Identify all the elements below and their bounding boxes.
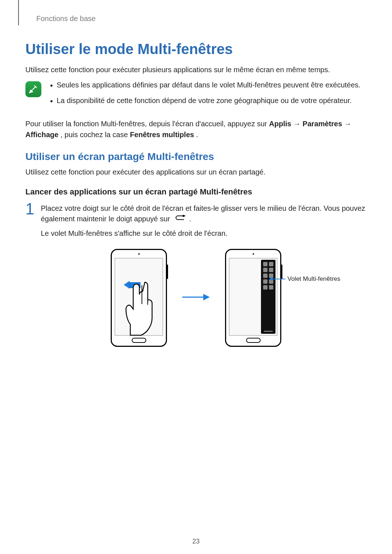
page-number: 23: [192, 538, 200, 545]
text: →: [344, 120, 351, 128]
bold-parametres: Paramètres: [303, 120, 342, 128]
multiwindow-panel: [261, 260, 275, 334]
step-text: Placez votre doigt sur le côté droit de …: [41, 203, 367, 239]
phone-home-button: [246, 338, 261, 343]
text: , puis cochez la case: [61, 131, 130, 139]
phone-speaker: [253, 253, 254, 255]
text: Pour utiliser la fonction Multi-fenêtres…: [25, 120, 269, 128]
phone-illustration-swipe: [111, 249, 167, 347]
phone-home-button: [132, 338, 146, 343]
phone-illustration-panel: Volet Multi-fenêtres: [225, 249, 281, 347]
callout-leader: Volet Multi-fenêtres: [280, 275, 340, 283]
intro-paragraph: Utilisez cette fonction pour exécuter pl…: [25, 65, 367, 75]
subsection-title: Lancer des applications sur un écran par…: [25, 187, 367, 197]
step-1: 1 Placez votre doigt sur le côté droit d…: [25, 203, 367, 239]
bold-affichage: Affichage: [25, 131, 58, 139]
phone-speaker: [138, 253, 140, 255]
hand-icon: [125, 279, 158, 337]
step-number: 1: [25, 201, 34, 217]
arrow-right-icon: [181, 292, 211, 303]
panel-app-grid: [263, 262, 273, 290]
back-icon: [173, 214, 186, 225]
manual-page: Fonctions de base Utiliser le mode Multi…: [0, 0, 392, 554]
step-line-1: Placez votre doigt sur le côté droit de …: [41, 203, 367, 225]
subtitle-description: Utilisez cette fonction pour exécuter de…: [25, 167, 367, 177]
text: .: [196, 131, 198, 139]
text: Placez votre doigt sur le côté droit de …: [41, 204, 365, 223]
callout-label: Volet Multi-fenêtres: [287, 275, 340, 283]
text: .: [189, 215, 191, 223]
figure: Volet Multi-fenêtres: [25, 249, 367, 347]
phone-side-button: [167, 264, 168, 279]
bold-applis: Applis: [269, 120, 291, 128]
text: →: [293, 120, 303, 128]
usage-paragraph: Pour utiliser la fonction Multi-fenêtres…: [25, 118, 367, 140]
note-item: La disponibilité de cette fonction dépen…: [48, 95, 360, 106]
note-block: Seules les applications définies par déf…: [25, 80, 367, 111]
step-line-2: Le volet Multi-fenêtres s'affiche sur le…: [41, 228, 367, 239]
page-title: Utiliser le mode Multi-fenêtres: [25, 41, 367, 57]
phone-screen: [115, 258, 163, 336]
panel-handle: [264, 331, 273, 332]
breadcrumb: Fonctions de base: [36, 15, 367, 23]
note-item: Seules les applications définies par déf…: [48, 80, 360, 90]
section-subtitle: Utiliser un écran partagé Multi-fenêtres: [25, 151, 367, 163]
top-rule: [18, 0, 19, 25]
callout-line: [273, 279, 285, 279]
note-list: Seules les applications définies par déf…: [48, 80, 360, 111]
phone-screen: [229, 258, 277, 336]
note-icon: [25, 81, 41, 97]
bold-fenetres-multiples: Fenêtres multiples: [130, 131, 194, 139]
